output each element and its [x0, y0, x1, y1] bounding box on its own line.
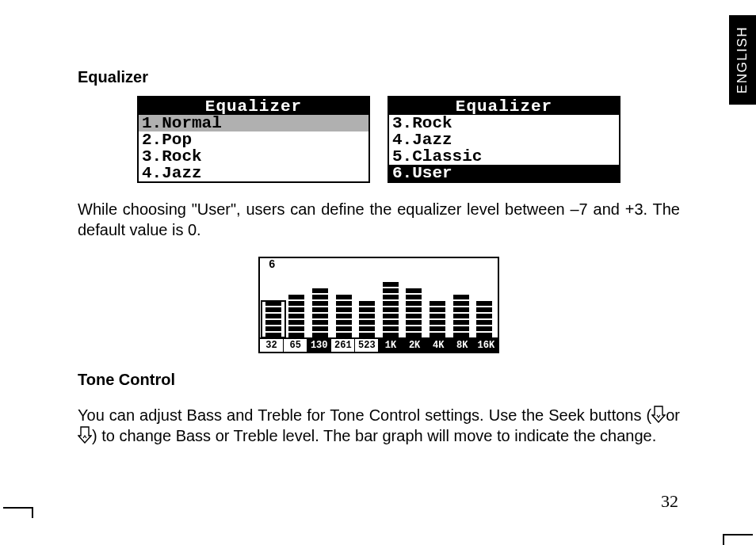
lcd-row: 3.Rock [139, 148, 368, 165]
lcd-title: Equalizer [139, 97, 368, 115]
seek-down-icon [651, 406, 666, 423]
lcd-row: 2.Pop [139, 131, 368, 148]
language-tab: ENGLISH [729, 15, 756, 105]
eq-band [285, 295, 309, 337]
eq-current-level: 6 [260, 258, 498, 271]
eq-band-label: 65 [284, 339, 307, 352]
lcd-row: 6.User [389, 165, 619, 181]
eq-band [308, 288, 332, 337]
eq-band [262, 301, 285, 337]
equalizer-heading: Equalizer [78, 68, 680, 86]
eq-band [379, 282, 403, 337]
eq-band-label: 4K [427, 339, 451, 352]
eq-band [355, 301, 379, 337]
equalizer-graph: 6 32651302615231K2K4K8K16K [258, 257, 499, 353]
text: ) to change Bass or Treble level. The ba… [92, 427, 656, 444]
seek-up-icon [78, 426, 92, 444]
eq-columns [260, 271, 498, 339]
lcd-row: 4.Jazz [139, 165, 368, 181]
eq-band-label: 523 [355, 339, 379, 352]
lcd-row: 3.Rock [389, 115, 619, 131]
eq-band-labels: 32651302615231K2K4K8K16K [260, 339, 498, 352]
tone-control-body: You can adjust Bass and Treble for Tone … [78, 405, 680, 447]
lcd-title: Equalizer [389, 97, 619, 115]
eq-band [472, 301, 496, 337]
eq-band-label: 16K [475, 339, 498, 352]
text: You can adjust Bass and Treble for Tone … [78, 406, 651, 424]
eq-band [332, 295, 356, 337]
eq-band-label: 130 [307, 339, 331, 352]
equalizer-body: While choosing "User", users can define … [78, 199, 680, 241]
lcd-row: 1.Normal [139, 115, 368, 131]
eq-band [403, 288, 426, 337]
eq-band-label: 1K [379, 339, 403, 352]
eq-band [426, 301, 449, 337]
eq-band-label: 2K [403, 339, 427, 352]
text: or [666, 406, 680, 424]
equalizer-screens: Equalizer 1.Normal 2.Pop 3.Rock 4.Jazz E… [78, 96, 680, 183]
eq-band [449, 295, 473, 337]
page-content: Equalizer Equalizer 1.Normal 2.Pop 3.Roc… [78, 68, 680, 463]
eq-band-label: 8K [451, 339, 475, 352]
crop-mark [718, 516, 753, 535]
tone-control-heading: Tone Control [78, 371, 680, 389]
crop-mark [3, 507, 38, 526]
lcd-row: 4.Jazz [389, 131, 619, 148]
lcd-screen-left: Equalizer 1.Normal 2.Pop 3.Rock 4.Jazz [137, 96, 370, 183]
eq-band-label: 261 [331, 339, 355, 352]
lcd-row: 5.Classic [389, 148, 619, 165]
lcd-screen-right: Equalizer 3.Rock 4.Jazz 5.Classic 6.User [388, 96, 620, 183]
page-number: 32 [661, 491, 678, 512]
eq-band-label: 32 [260, 339, 284, 352]
